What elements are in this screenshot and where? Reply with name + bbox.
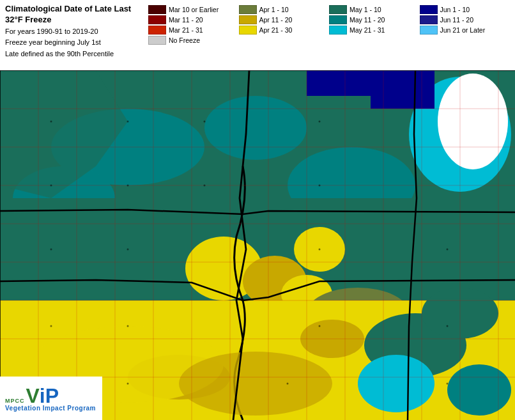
legend-swatch xyxy=(420,5,438,14)
header: Climatological Date of Late Last 32°F Fr… xyxy=(0,0,515,70)
legend-label: Jun 1 - 10 xyxy=(440,6,470,13)
legend-label: May 21 - 31 xyxy=(350,26,385,34)
svg-point-63 xyxy=(447,325,449,327)
legend-swatch xyxy=(420,26,438,35)
legend-item: No Freeze xyxy=(148,36,236,45)
legend-item: Mar 10 or Earlier xyxy=(148,5,236,14)
svg-point-52 xyxy=(50,185,52,187)
legend: Mar 10 or EarlierApr 1 - 10May 1 - 10Jun… xyxy=(146,4,510,46)
legend-label: Apr 11 - 20 xyxy=(259,16,293,24)
legend-item: Apr 21 - 30 xyxy=(239,26,327,35)
legend-item: Jun 11 - 20 xyxy=(420,15,508,24)
legend-label: May 1 - 10 xyxy=(350,6,381,13)
svg-point-22 xyxy=(358,355,434,412)
legend-swatch xyxy=(420,15,438,24)
legend-label: Jun 11 - 20 xyxy=(440,16,474,24)
main-container: Climatological Date of Late Last 32°F Fr… xyxy=(0,0,515,420)
legend-swatch xyxy=(329,15,347,24)
svg-point-3 xyxy=(438,74,508,169)
legend-label: Apr 1 - 10 xyxy=(259,6,289,13)
legend-item: Apr 11 - 20 xyxy=(239,15,327,24)
legend-item: Jun 21 or Later xyxy=(420,26,508,35)
logo-ip: iP xyxy=(40,385,59,406)
map-title: Climatological Date of Late Last 32°F Fr… xyxy=(5,4,146,26)
header-left: Climatological Date of Late Last 32°F Fr… xyxy=(5,4,146,59)
freeze-year-label: Freeze year beginning July 1st xyxy=(5,38,146,47)
legend-item: Mar 11 - 20 xyxy=(148,15,236,24)
years-label: For years 1990-91 to 2019-20 xyxy=(5,27,146,36)
map-svg xyxy=(0,70,515,420)
svg-point-26 xyxy=(179,352,332,416)
svg-point-53 xyxy=(127,185,129,187)
legend-swatch xyxy=(239,26,257,35)
legend-label: Jun 21 or Later xyxy=(440,26,486,34)
legend-item: May 21 - 31 xyxy=(329,26,417,35)
legend-label: Apr 21 - 30 xyxy=(259,26,293,34)
svg-point-61 xyxy=(127,325,129,327)
logo-v: V xyxy=(26,385,40,406)
svg-point-57 xyxy=(127,249,129,251)
vip-logo: MPCC V iP Vegetation Impact Program xyxy=(5,385,96,412)
legend-swatch xyxy=(148,15,166,24)
svg-point-49 xyxy=(127,121,129,123)
legend-swatch xyxy=(239,5,257,14)
legend-swatch xyxy=(148,26,166,35)
legend-label: Mar 10 or Earlier xyxy=(169,6,219,13)
legend-swatch xyxy=(148,36,166,45)
svg-point-59 xyxy=(447,249,449,251)
mpcc-label: MPCC xyxy=(5,398,25,404)
logo-area: MPCC V iP Vegetation Impact Program xyxy=(0,377,102,420)
legend-item: Jun 1 - 10 xyxy=(420,5,508,14)
legend-item: May 1 - 10 xyxy=(329,5,417,14)
svg-point-67 xyxy=(447,383,449,385)
svg-point-62 xyxy=(319,325,321,327)
svg-point-58 xyxy=(319,249,321,251)
svg-point-54 xyxy=(204,185,206,187)
svg-point-60 xyxy=(50,325,52,327)
legend-swatch xyxy=(148,5,166,14)
svg-point-7 xyxy=(204,96,307,160)
svg-point-66 xyxy=(287,383,289,385)
logo-top: MPCC V iP xyxy=(5,385,59,406)
legend-item: Mar 21 - 31 xyxy=(148,26,236,35)
legend-item: Apr 1 - 10 xyxy=(239,5,327,14)
svg-point-20 xyxy=(447,364,511,416)
svg-point-65 xyxy=(127,383,129,385)
late-def-label: Late defined as the 90th Percentile xyxy=(5,49,146,59)
logo-text: Vegetation Impact Program xyxy=(5,405,96,412)
legend-item: May 11 - 20 xyxy=(329,15,417,24)
legend-label: No Freeze xyxy=(169,36,200,44)
legend-swatch xyxy=(329,5,347,14)
legend-label: Mar 11 - 20 xyxy=(169,16,203,24)
legend-swatch xyxy=(329,26,347,35)
legend-label: May 11 - 20 xyxy=(350,16,385,24)
legend-swatch xyxy=(239,15,257,24)
svg-point-51 xyxy=(319,121,321,123)
map-area xyxy=(0,70,515,420)
svg-point-56 xyxy=(50,249,52,251)
svg-point-50 xyxy=(204,121,206,123)
legend-label: Mar 21 - 31 xyxy=(169,26,203,34)
svg-point-55 xyxy=(319,185,321,187)
svg-point-48 xyxy=(50,121,52,123)
